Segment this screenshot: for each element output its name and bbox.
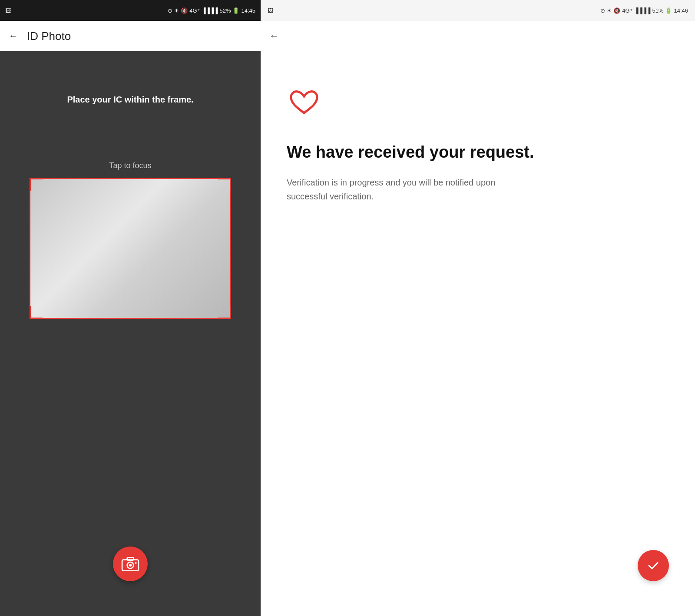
success-content: We have received your request. Verificat… <box>261 51 695 616</box>
camera-icon <box>121 555 139 573</box>
instruction-text: Place your IC within the frame. <box>50 95 211 105</box>
bluetooth-icon-right: ✶ <box>607 7 612 14</box>
battery-percent-right: 51% <box>652 7 663 14</box>
status-bar-left-right: ⊙ ✶ 🔇 4G⁺ ▐▐▐▐ 52% 🔋 14:45 <box>168 7 255 14</box>
checkmark-icon <box>646 559 660 573</box>
gallery-icon: 🖼 <box>5 7 11 14</box>
success-subtext: Verification is in progress and you will… <box>287 176 504 203</box>
battery-percent-left: 52% <box>219 7 231 14</box>
network-icon-right: 4G⁺ <box>622 7 632 14</box>
top-nav-left: ← ID Photo <box>0 21 261 51</box>
status-bar-right-icon: 🖼 <box>268 7 273 14</box>
location-icon: ⊙ <box>168 7 172 14</box>
left-screen: 🖼 ⊙ ✶ 🔇 4G⁺ ▐▐▐▐ 52% 🔋 14:45 ← ID Photo … <box>0 0 261 616</box>
network-icon: 4G⁺ <box>189 7 200 14</box>
status-bar-left: 🖼 ⊙ ✶ 🔇 4G⁺ ▐▐▐▐ 52% 🔋 14:45 <box>0 0 261 21</box>
corner-br <box>218 306 231 319</box>
battery-icon-right: 🔋 <box>665 7 672 14</box>
status-bar-right: 🖼 ⊙ ✶ 🔇 4G⁺ ▐▐▐▐ 51% 🔋 14:46 <box>261 0 695 21</box>
back-button-right[interactable]: ← <box>269 30 279 42</box>
tap-focus-text: Tap to focus <box>109 161 151 170</box>
frame-border <box>30 178 231 319</box>
success-heading: We have received your request. <box>287 142 669 162</box>
mute-icon: 🔇 <box>181 7 188 14</box>
status-bar-left-icon: 🖼 <box>5 7 11 14</box>
signal-icon-right: ▐▐▐▐ <box>635 7 651 14</box>
mute-icon-right: 🔇 <box>613 7 620 14</box>
corner-tl <box>30 178 43 191</box>
page-title-left: ID Photo <box>27 30 71 43</box>
location-icon-right: ⊙ <box>600 7 605 14</box>
gallery-icon-right: 🖼 <box>268 7 273 14</box>
bluetooth-icon: ✶ <box>174 7 179 14</box>
capture-button[interactable] <box>113 546 148 581</box>
svg-point-3 <box>129 564 132 566</box>
battery-icon-left: 🔋 <box>232 7 239 14</box>
time-right: 14:46 <box>674 7 688 14</box>
corner-bl <box>30 306 43 319</box>
status-bar-right-right: ⊙ ✶ 🔇 4G⁺ ▐▐▐▐ 51% 🔋 14:46 <box>600 7 688 14</box>
signal-icon: ▐▐▐▐ <box>202 7 218 14</box>
right-screen: 🖼 ⊙ ✶ 🔇 4G⁺ ▐▐▐▐ 51% 🔋 14:46 ← We have r… <box>261 0 695 616</box>
heart-logo <box>287 86 321 121</box>
done-button[interactable] <box>638 550 669 581</box>
back-button-left[interactable]: ← <box>9 30 18 42</box>
time-left: 14:45 <box>241 7 255 14</box>
svg-rect-2 <box>127 557 134 560</box>
corner-tr <box>218 178 231 191</box>
top-nav-right: ← <box>261 21 695 51</box>
camera-area[interactable]: Place your IC within the frame. Tap to f… <box>0 51 261 616</box>
camera-frame[interactable] <box>30 179 230 318</box>
